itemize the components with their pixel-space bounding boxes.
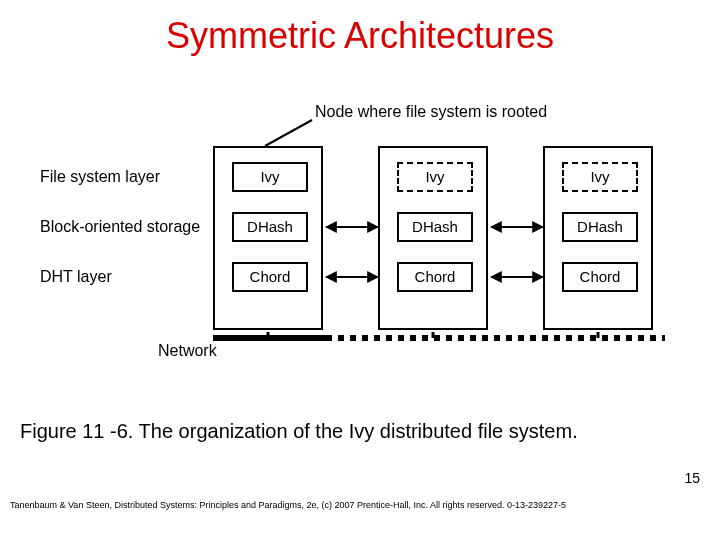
footer-citation: Tanenbaum & Van Steen, Distributed Syste…: [10, 500, 566, 510]
node-column-1: Ivy DHash Chord: [213, 146, 323, 330]
svg-line-0: [265, 120, 312, 146]
label-file-system-layer: File system layer: [40, 168, 160, 186]
page-number: 15: [684, 470, 700, 486]
box-chord: Chord: [397, 262, 473, 292]
box-dhash: DHash: [232, 212, 308, 242]
box-ivy-dashed: Ivy: [562, 162, 638, 192]
label-dht-layer: DHT layer: [40, 268, 112, 286]
diagram: Node where file system is rooted File sy…: [40, 110, 680, 390]
box-chord: Chord: [562, 262, 638, 292]
figure-caption: Figure 11 -6. The organization of the Iv…: [20, 420, 578, 443]
box-chord: Chord: [232, 262, 308, 292]
node-column-2: Ivy DHash Chord: [378, 146, 488, 330]
node-column-3: Ivy DHash Chord: [543, 146, 653, 330]
label-rooted-node: Node where file system is rooted: [315, 103, 547, 121]
slide-title: Symmetric Architectures: [0, 0, 720, 57]
box-dhash: DHash: [562, 212, 638, 242]
label-network: Network: [158, 342, 217, 360]
box-ivy: Ivy: [232, 162, 308, 192]
box-dhash: DHash: [397, 212, 473, 242]
label-block-storage: Block-oriented storage: [40, 218, 200, 236]
box-ivy-dashed: Ivy: [397, 162, 473, 192]
